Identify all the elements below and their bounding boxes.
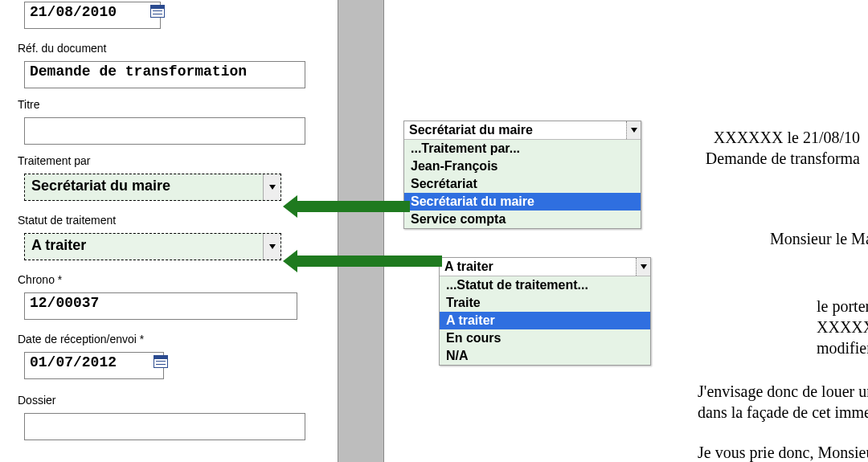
traitement-value: Secrétariat du maire (31, 178, 170, 194)
doc-p3: Je vous prie donc, Monsieur, conformémen (698, 444, 868, 462)
traitement-select[interactable]: Secrétariat du maire (24, 174, 281, 201)
doc-subject-line: Demande de transforma (706, 149, 860, 168)
doc-city-line: XXXXXX le 21/08/10 (714, 129, 860, 147)
doc-p1b: XXXXX au n°23 de la rue d (817, 318, 868, 337)
ref-label: Réf. du document (18, 42, 107, 55)
panel-separator (338, 0, 384, 462)
traitement-label: Traitement par (18, 154, 91, 167)
reception-field[interactable]: 01/07/2012 (24, 352, 164, 379)
statut-option[interactable]: A traiter (440, 312, 650, 329)
chevron-down-icon (263, 234, 280, 260)
doc-p2b: dans la façade de cet immeuble, qui n'es… (698, 403, 868, 422)
statut-value: A traiter (31, 237, 86, 253)
traitement-option[interactable]: Jean-François (404, 157, 641, 175)
chevron-down-icon (636, 258, 650, 276)
statut-option[interactable]: N/A (440, 347, 650, 365)
doc-p2a: J'envisage donc de louer une partie de m… (698, 382, 868, 401)
statut-option[interactable]: En cours (440, 329, 650, 347)
statut-select[interactable]: A traiter (24, 233, 281, 260)
statut-option-list: ...Statut de traitement...TraiteA traite… (440, 276, 650, 365)
doc-p1a: le porter à votre connaissanc (817, 297, 868, 316)
dossier-field[interactable] (24, 413, 305, 440)
traitement-option[interactable]: Secrétariat du maire (404, 193, 641, 211)
traitement-option[interactable]: Service compta (404, 211, 641, 228)
calendar-icon[interactable] (150, 5, 165, 18)
date-document-value: 21/08/2010 (30, 4, 117, 20)
statut-dropdown-head-text: A traiter (444, 260, 493, 273)
titre-label: Titre (18, 98, 39, 111)
calendar-icon[interactable] (154, 355, 168, 368)
document-preview: XXXXXX le 21/08/10 Demande de transforma… (384, 0, 868, 462)
statut-dropdown-head[interactable]: A traiter (440, 258, 650, 276)
chrono-field[interactable]: 12/00037 (24, 292, 297, 320)
dossier-label: Dossier (18, 394, 55, 407)
titre-field[interactable] (24, 117, 305, 145)
chevron-down-icon (263, 174, 280, 200)
arrow-icon (297, 201, 410, 212)
traitement-dropdown-head-text: Secrétariat du maire (409, 123, 533, 137)
doc-greeting: Monsieur le Maire, (770, 230, 868, 248)
chrono-label: Chrono * (18, 273, 62, 286)
traitement-dropdown-head[interactable]: Secrétariat du maire (404, 121, 641, 140)
traitement-option[interactable]: Secrétariat (404, 175, 641, 193)
statut-option[interactable]: Traite (440, 294, 650, 312)
traitement-option[interactable]: ...Traitement par... (404, 140, 641, 157)
traitement-option-list: ...Traitement par...Jean-FrançoisSecréta… (404, 140, 641, 228)
reception-label: Date de réception/envoi * (18, 333, 144, 345)
chevron-down-icon (626, 121, 641, 139)
statut-dropdown[interactable]: A traiter ...Statut de traitement...Trai… (439, 257, 651, 366)
ref-value: Demande de transformation (30, 63, 247, 80)
form-panel: 21/08/2010 Réf. du document Demande de t… (0, 0, 338, 462)
statut-option[interactable]: ...Statut de traitement... (440, 276, 650, 294)
ref-field[interactable]: Demande de transformation (24, 61, 305, 88)
date-document-field[interactable]: 21/08/2010 (24, 2, 161, 29)
reception-value: 01/07/2012 (30, 354, 117, 370)
arrow-icon (297, 256, 442, 267)
traitement-dropdown[interactable]: Secrétariat du maire ...Traitement par..… (403, 121, 641, 229)
statut-label: Statut de traitement (18, 214, 116, 227)
chrono-value: 12/00037 (30, 295, 99, 311)
doc-p1c: modifier l'aménagement de (817, 339, 868, 358)
